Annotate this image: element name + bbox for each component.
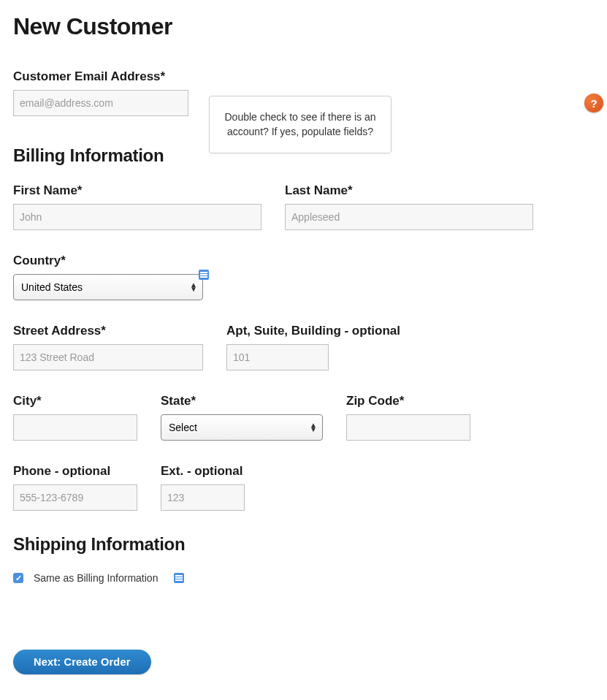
next-create-order-button[interactable]: Next: Create Order — [13, 650, 151, 674]
ext-input[interactable] — [161, 484, 245, 511]
email-input[interactable] — [13, 90, 188, 116]
city-label: City* — [13, 394, 137, 408]
phone-label: Phone - optional — [13, 464, 137, 479]
same-as-billing-checkbox[interactable] — [13, 573, 23, 583]
zip-label: Zip Code* — [346, 394, 470, 408]
apt-label: Apt, Suite, Building - optional — [226, 324, 400, 338]
ext-label: Ext. - optional — [161, 464, 245, 479]
email-tooltip: Double check to see if there is an accou… — [209, 96, 392, 153]
apt-input[interactable] — [226, 344, 329, 370]
phone-input[interactable] — [13, 484, 137, 511]
help-icon[interactable]: ? — [584, 94, 603, 113]
city-input[interactable] — [13, 414, 137, 441]
country-label: Country* — [13, 254, 203, 268]
email-label: Customer Email Address* — [13, 69, 594, 84]
first-name-label: First Name* — [13, 183, 261, 198]
last-name-input[interactable] — [285, 204, 533, 230]
comment-icon[interactable] — [199, 270, 209, 280]
state-label: State* — [161, 394, 323, 408]
comment-icon[interactable] — [174, 573, 184, 583]
shipping-section-title: Shipping Information — [13, 534, 594, 555]
page-title: New Customer — [13, 13, 594, 40]
same-as-billing-label: Same as Billing Information — [34, 572, 158, 584]
street-input[interactable] — [13, 344, 203, 370]
country-select[interactable]: United States — [13, 274, 203, 300]
first-name-input[interactable] — [13, 204, 261, 230]
state-select[interactable]: Select — [161, 414, 323, 441]
zip-input[interactable] — [346, 414, 470, 441]
last-name-label: Last Name* — [285, 183, 533, 198]
street-label: Street Address* — [13, 324, 203, 338]
